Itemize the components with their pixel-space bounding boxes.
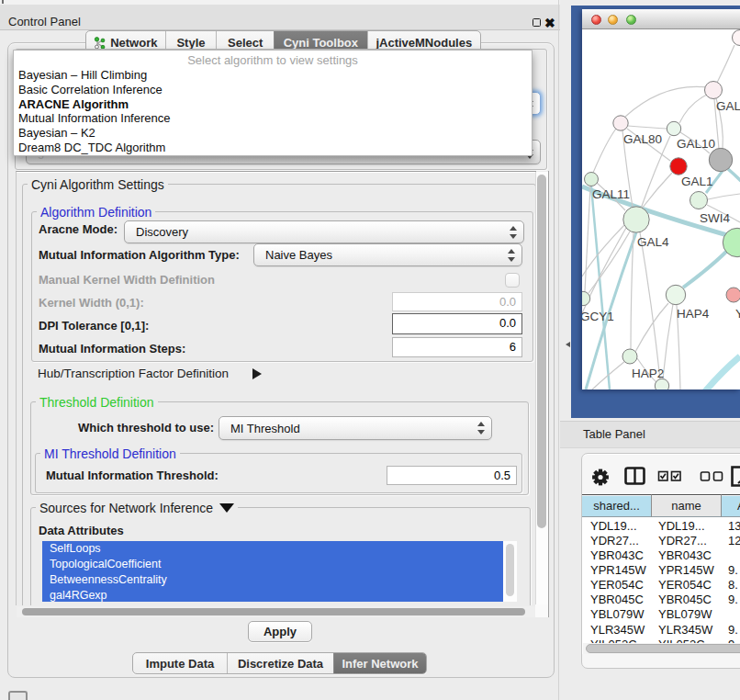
mi-algorithm-type-combobox[interactable]: Naive Bayes xyxy=(253,243,522,266)
table-row[interactable]: YLR345WYLR345W9. xyxy=(582,622,740,638)
network-node-topcut[interactable] xyxy=(733,30,740,46)
cell-shared_name: YER054C xyxy=(590,577,644,593)
tab-impute-data[interactable]: Impute Data xyxy=(133,653,227,673)
table-row[interactable]: YDR27...YDR27...12 xyxy=(582,533,740,548)
network-edge xyxy=(625,86,707,117)
control-panel-right-edge xyxy=(558,0,559,700)
network-canvas[interactable]: GAL2GAL80GAL10GAL1GAL11SWI4GAL4GCY1YAP1H… xyxy=(582,29,740,390)
dpi-tolerance-field[interactable]: 0.0 xyxy=(392,313,522,334)
float-window-icon[interactable] xyxy=(533,18,541,27)
tab-discretize-data[interactable]: Discretize Data xyxy=(227,653,333,673)
table-row[interactable]: YER054CYER054C8. xyxy=(582,577,740,593)
dropdown-item-aracne-algorithm[interactable]: ARACNE Algorithm xyxy=(18,97,129,111)
hub-definition-expander[interactable]: Hub/Transcription Factor Definition xyxy=(38,367,262,380)
network-node-gal11[interactable] xyxy=(585,173,599,186)
show-columns-icon[interactable] xyxy=(659,472,681,481)
attribute-item-selfloops[interactable]: SelfLoops xyxy=(42,541,503,557)
network-node-gal4[interactable] xyxy=(623,207,649,232)
network-node-swi4[interactable] xyxy=(690,192,708,209)
mi-threshold-field[interactable]: 0.5 xyxy=(387,466,517,485)
network-graph: GAL2GAL80GAL10GAL1GAL11SWI4GAL4GCY1YAP1H… xyxy=(582,29,740,390)
cell-shared_name: YBR045C xyxy=(590,592,644,607)
which-threshold-combobox[interactable]: MI Threshold xyxy=(219,416,492,440)
network-node-gal2[interactable] xyxy=(705,82,723,99)
settings-hscrollbar-thumb[interactable] xyxy=(22,608,525,615)
file-icon[interactable] xyxy=(733,468,740,486)
close-icon[interactable]: ✖ xyxy=(544,16,555,30)
network-tree-icon xyxy=(94,37,106,50)
table-row[interactable]: YDL19...YDL19...13 xyxy=(582,518,740,534)
network-edge xyxy=(585,186,590,291)
aracne-mode-combobox[interactable]: Discovery xyxy=(124,220,524,243)
network-node-hub[interactable] xyxy=(709,148,732,171)
network-node-hap4[interactable] xyxy=(666,285,685,304)
cell-name: YBR043C xyxy=(658,548,712,563)
cell-shared_name: YPR145W xyxy=(590,562,646,578)
aracne-mode-value: Discovery xyxy=(125,225,188,239)
network-node-label: GCY1 xyxy=(582,310,614,323)
sources-group-title[interactable]: Sources for Network Inference xyxy=(36,501,238,515)
kernel-width-field[interactable]: 0.0 xyxy=(392,292,522,311)
cell-value: 9. xyxy=(728,622,738,638)
network-node-gal10[interactable] xyxy=(667,121,680,135)
table-hscrollbar-thumb[interactable] xyxy=(586,644,740,653)
combo-arrows-icon xyxy=(507,249,515,262)
network-node-label: GAL1 xyxy=(681,175,713,188)
network-window-titlebar[interactable] xyxy=(582,9,740,29)
threshold-definition-group: Threshold Definition Which threshold to … xyxy=(30,401,529,495)
split-pane-icon[interactable] xyxy=(626,469,645,484)
data-attributes-list[interactable]: SelfLoopsTopologicalCoefficientBetweenne… xyxy=(42,541,503,602)
apply-button[interactable]: Apply xyxy=(248,621,312,642)
gear-icon[interactable] xyxy=(592,469,609,486)
table-row[interactable]: YBR043CYBR043C xyxy=(582,548,740,563)
network-node-hap2[interactable] xyxy=(622,349,637,364)
column-header-name[interactable]: name xyxy=(652,494,722,517)
dropdown-item-bayesian-k2[interactable]: Bayesian – K2 xyxy=(18,126,95,140)
network-node-label: GAL4 xyxy=(637,235,669,249)
window-top-tick xyxy=(2,0,4,4)
attribute-item-topologicalcoefficient[interactable]: TopologicalCoefficient xyxy=(42,557,503,572)
network-edge-highlighted xyxy=(705,356,740,390)
attribute-item-betweennesscentrality[interactable]: BetweennessCentrality xyxy=(42,572,503,588)
collapsed-panel-button[interactable] xyxy=(8,691,28,700)
cell-name: YLR345W xyxy=(658,622,712,638)
network-edge xyxy=(641,136,670,209)
control-panel-title: Control Panel xyxy=(8,15,81,28)
minimize-traffic-light[interactable] xyxy=(608,15,618,25)
network-edge xyxy=(640,232,660,379)
tab-label: Select xyxy=(228,36,263,50)
table-row[interactable]: YBL079WYBL079W xyxy=(582,606,740,622)
manual-kernel-width-checkbox[interactable] xyxy=(505,273,520,288)
data-attributes-label: Data Attributes xyxy=(39,524,124,537)
mi-steps-label: Mutual Information Steps: xyxy=(39,342,185,356)
network-node-label: SWI4 xyxy=(700,211,730,225)
network-node-gal1[interactable] xyxy=(670,158,687,175)
attribute-item-gal4rgexp[interactable]: gal4RGexp xyxy=(42,588,503,602)
dropdown-item-dream8-dc-tdc-algorithm[interactable]: Dream8 DC_TDC Algorithm xyxy=(18,141,165,154)
expander-arrow-icon xyxy=(252,368,262,379)
list-scrollbar-thumb[interactable] xyxy=(506,544,514,596)
tab-infer-network[interactable]: Infer Network xyxy=(333,653,426,673)
dropdown-item-bayesian-hill-climbing[interactable]: Bayesian – Hill Climbing xyxy=(18,68,147,82)
mi-steps-field[interactable]: 6 xyxy=(392,337,522,357)
network-node-gcy1[interactable] xyxy=(582,291,590,305)
divider-grip-icon[interactable] xyxy=(566,342,570,347)
close-traffic-light[interactable] xyxy=(591,15,601,25)
dropdown-item-mutual-information-inference[interactable]: Mutual Information Inference xyxy=(18,111,170,125)
table-row[interactable]: YPR145WYPR145W9. xyxy=(582,562,740,578)
zoom-traffic-light[interactable] xyxy=(626,15,636,25)
network-node-low[interactable] xyxy=(655,378,668,390)
network-node-yap1[interactable] xyxy=(726,288,740,302)
cell-name: YPR145W xyxy=(658,562,714,578)
settings-vscrollbar-thumb[interactable] xyxy=(537,175,546,528)
column-header-a[interactable]: A xyxy=(722,494,740,517)
node-table: shared...nameAYDL19...YDL19...13YDR27...… xyxy=(582,494,740,654)
table-row[interactable]: YBR045CYBR045C9. xyxy=(582,592,740,607)
table-panel-title: Table Panel xyxy=(583,427,645,441)
column-header-shared-[interactable]: shared... xyxy=(582,494,652,517)
hide-columns-icon[interactable] xyxy=(701,472,723,480)
mi-algorithm-type-value: Naive Bayes xyxy=(254,248,332,262)
network-node-gal80[interactable] xyxy=(613,116,628,130)
dropdown-item-basic-correlation-inference[interactable]: Basic Correlation Inference xyxy=(18,83,163,96)
cell-name: YBR045C xyxy=(658,592,712,607)
